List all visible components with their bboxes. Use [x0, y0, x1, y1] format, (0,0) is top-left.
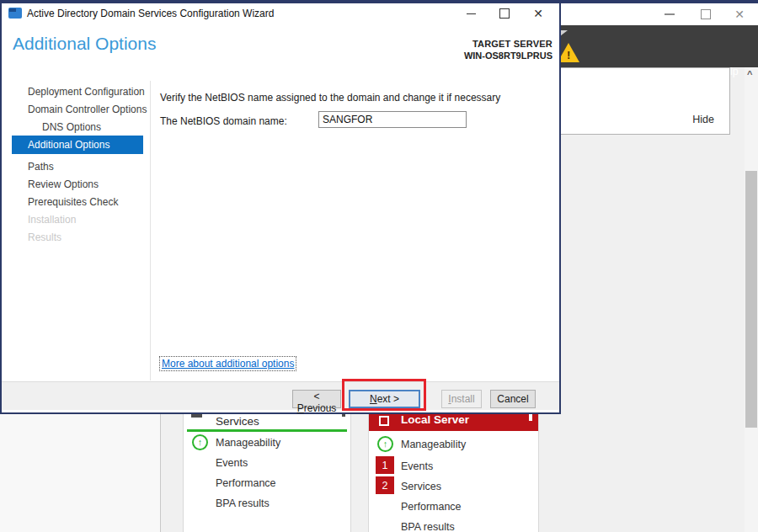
- target-server-block: TARGET SERVER WIN-OS8RT9LPRUS: [464, 39, 552, 61]
- tile-row-label: Events: [401, 460, 433, 472]
- scrollbar-thumb[interactable]: [745, 171, 757, 428]
- button-text: revious: [304, 402, 337, 414]
- page-title: Additional Options: [13, 34, 156, 54]
- tile-row-label: Performance: [216, 477, 276, 489]
- tile-row-performance[interactable]: Performance: [184, 476, 350, 495]
- netbios-instruction-text: Verify the NetBIOS name assigned to the …: [160, 92, 500, 104]
- wizard-step-installation: Installation: [12, 211, 145, 228]
- minimize-icon[interactable]: [657, 3, 682, 25]
- dashboard-tile-local-server: Local Server ↑ Manageability 1 Events 2 …: [368, 407, 539, 532]
- scrollbar[interactable]: ^: [745, 67, 758, 532]
- target-server-name: WIN-OS8RT9LPRUS: [464, 51, 552, 61]
- button-text: <: [313, 391, 319, 402]
- maximize-glyph: [701, 9, 711, 19]
- status-green-bar: [187, 429, 347, 432]
- tile-row-label: Performance: [401, 501, 462, 513]
- tile-title-local-server[interactable]: Local Server: [401, 413, 469, 426]
- button-text: Cancel: [497, 393, 528, 405]
- sidebar-separator: [150, 81, 151, 380]
- screen: ✕ Manage Tools View Help ! Hide ^ Servic…: [0, 0, 758, 532]
- tile-row-label: Manageability: [216, 437, 280, 449]
- manageability-up-icon: ↑: [377, 436, 393, 452]
- tile-row-bpa-results[interactable]: BPA results: [369, 520, 538, 532]
- tile-row-label: Events: [216, 457, 248, 469]
- local-server-tile-icon: [379, 416, 389, 426]
- previous-button[interactable]: < Previous: [292, 390, 341, 408]
- tile-row-events[interactable]: 1 Events: [369, 460, 538, 478]
- annotation-highlight: [342, 379, 426, 411]
- window-title: Active Directory Domain Services Configu…: [27, 8, 274, 19]
- tile-title-services[interactable]: Services: [216, 415, 259, 428]
- button-mnemonic: P: [297, 402, 304, 414]
- minimize-glyph: [665, 13, 675, 15]
- adds-wizard-window: Active Directory Domain Services Configu…: [0, 0, 561, 414]
- adds-wizard-icon: [8, 8, 22, 19]
- wizard-step-prerequisites-check[interactable]: Prerequisites Check: [12, 194, 145, 210]
- services-count-badge[interactable]: 2: [376, 476, 394, 494]
- wizard-step-results: Results: [12, 229, 145, 246]
- tile-row-performance[interactable]: Performance: [369, 500, 538, 519]
- minimize-glyph: [467, 13, 476, 14]
- wizard-step-review-options[interactable]: Review Options: [12, 176, 145, 193]
- tile-row-bpa-results[interactable]: BPA results: [184, 497, 350, 515]
- tile-row-label: Manageability: [401, 439, 466, 450]
- maximize-icon[interactable]: [693, 3, 718, 25]
- hide-link[interactable]: Hide: [692, 114, 714, 125]
- wizard-step-domain-controller-options[interactable]: Domain Controller Options: [12, 101, 145, 118]
- wizard-step-deployment-configuration[interactable]: Deployment Configuration: [12, 83, 145, 100]
- target-server-label: TARGET SERVER: [464, 39, 552, 49]
- dashboard-tile-services: Services ↑ Manageability Events Performa…: [183, 407, 351, 532]
- scroll-up-icon[interactable]: ^: [747, 69, 752, 79]
- tile-row-label: BPA results: [401, 521, 455, 532]
- tile-row-events[interactable]: Events: [184, 456, 350, 475]
- more-about-link[interactable]: More about additional options: [160, 357, 296, 370]
- tile-row-manageability[interactable]: ↑ Manageability: [369, 438, 538, 456]
- wizard-step-additional-options[interactable]: Additional Options: [12, 136, 143, 154]
- manageability-up-icon: ↑: [192, 434, 208, 450]
- wizard-step-paths[interactable]: Paths: [12, 158, 145, 175]
- button-text: nstall: [451, 393, 475, 405]
- maximize-glyph: [499, 8, 510, 19]
- events-count-badge[interactable]: 1: [376, 456, 394, 474]
- netbios-domain-name-input[interactable]: [318, 111, 467, 128]
- wizard-step-dns-options[interactable]: DNS Options: [12, 119, 145, 136]
- tile-header-glyph: [529, 413, 532, 421]
- close-icon[interactable]: ✕: [524, 3, 552, 24]
- minimize-icon[interactable]: [456, 3, 485, 24]
- install-button: Install: [441, 390, 482, 408]
- cancel-button[interactable]: Cancel: [490, 390, 536, 408]
- close-icon[interactable]: ✕: [727, 3, 752, 25]
- notification-panel: Hide: [560, 67, 730, 135]
- netbios-field-label: The NetBIOS domain name:: [160, 115, 287, 127]
- tile-row-services[interactable]: 2 Services: [369, 480, 538, 498]
- tile-row-label: BPA results: [216, 497, 270, 509]
- maximize-icon[interactable]: [490, 3, 519, 24]
- tile-row-manageability[interactable]: ↑ Manageability: [184, 436, 350, 455]
- warning-exclamation-icon: !: [567, 49, 570, 61]
- wizard-titlebar: Active Directory Domain Services Configu…: [2, 3, 559, 25]
- tile-row-label: Services: [401, 481, 441, 492]
